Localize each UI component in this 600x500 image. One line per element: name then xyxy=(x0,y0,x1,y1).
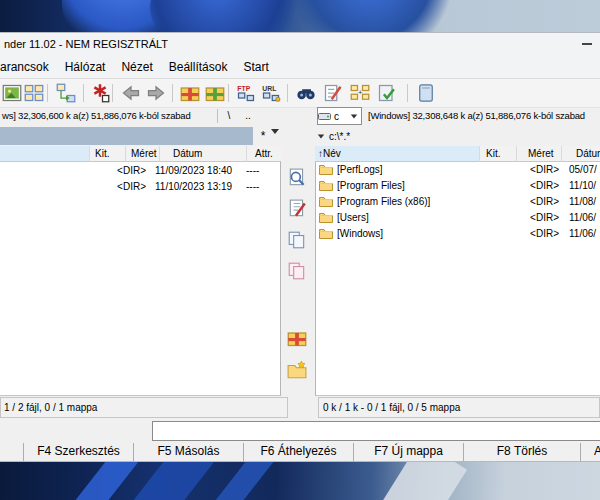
view-file-icon[interactable] xyxy=(287,168,307,188)
directory-tree-icon[interactable] xyxy=(56,83,76,103)
sync-dirs-icon[interactable]: + xyxy=(350,83,370,103)
left-file-list[interactable]: <DIR> 11/09/2023 18:40 ---- <DIR> 11/10/… xyxy=(0,162,281,396)
left-favorites-button[interactable]: * xyxy=(257,128,269,145)
left-header-date[interactable]: Dátum xyxy=(160,146,247,162)
right-header-name[interactable]: ↑Név xyxy=(315,146,480,162)
fkey-f8-button[interactable]: F8 Törlés xyxy=(463,443,580,461)
brief-view-icon[interactable] xyxy=(24,83,44,103)
right-header-size[interactable]: Méret xyxy=(517,146,562,162)
pack-icon[interactable] xyxy=(287,328,307,348)
toolbar: FTP URL + xyxy=(0,78,600,108)
edit-file-icon[interactable] xyxy=(287,199,307,219)
right-file-list[interactable]: [PerfLogs] <DIR> 05/07/ [Program Files] … xyxy=(315,162,600,396)
menu-parancsok[interactable]: arancsok xyxy=(0,57,57,77)
total-commander-window: nder 11.02 - NEM REGISZTRÁLT arancsok Há… xyxy=(0,33,600,461)
toolbar-separator xyxy=(112,84,113,102)
menu-halozat[interactable]: Hálózat xyxy=(57,57,114,77)
left-up-button[interactable]: .. xyxy=(240,107,256,124)
window-title: nder 11.02 - NEM REGISZTRÁLT xyxy=(4,38,168,50)
svg-text:FTP: FTP xyxy=(237,85,250,92)
command-line-input[interactable] xyxy=(152,421,600,441)
menu-bar: arancsok Hálózat Nézet Beállítások Start xyxy=(0,56,600,78)
folder-icon xyxy=(319,180,333,192)
verify-icon[interactable] xyxy=(377,83,397,103)
chevron-down-icon xyxy=(351,114,357,118)
ftp-url-icon[interactable]: URL xyxy=(261,83,281,103)
move-files-icon[interactable] xyxy=(287,261,307,281)
right-drive-selector[interactable]: c xyxy=(317,107,362,125)
menu-start[interactable]: Start xyxy=(235,57,276,77)
right-header-ext[interactable]: Kit. xyxy=(480,146,517,162)
search-files-icon[interactable] xyxy=(296,83,316,103)
ftp-connect-icon[interactable]: FTP xyxy=(236,83,256,103)
left-header-ext[interactable]: Kit. xyxy=(90,146,126,162)
toolbar-separator xyxy=(83,84,84,102)
left-drive-info: ws] 32,306,600 k a(z) 51,886,076 k-ból s… xyxy=(2,110,191,121)
fkey-altf4-partial[interactable]: A xyxy=(580,443,600,461)
fkey-f6-button[interactable]: F6 Áthelyezés xyxy=(243,443,353,461)
minimize-icon xyxy=(582,43,592,45)
folder-icon xyxy=(319,164,333,176)
minimize-button[interactable] xyxy=(574,33,600,55)
drive-icon xyxy=(318,112,331,121)
left-header-attr[interactable]: Attr. xyxy=(247,146,281,162)
fkey-f7-button[interactable]: F7 Új mappa xyxy=(353,443,463,461)
notepad-icon[interactable] xyxy=(416,83,436,103)
back-icon[interactable] xyxy=(121,83,141,103)
fkey-f4-button[interactable]: F4 Szerkesztés xyxy=(23,443,133,461)
right-path-bar[interactable]: c:\*.* xyxy=(315,127,600,145)
left-root-button[interactable]: \ xyxy=(222,107,236,124)
drive-letter: c xyxy=(334,111,339,122)
left-status-bar: 1 / 2 fájl, 0 / 1 mappa xyxy=(0,397,288,418)
menu-nezet[interactable]: Nézet xyxy=(113,57,160,77)
new-view-icon[interactable] xyxy=(90,83,110,103)
right-drive-info: [Windows] 32,308,648 k a(z) 51,886,076 k… xyxy=(368,110,585,121)
menu-beallitasok[interactable]: Beállítások xyxy=(161,57,236,77)
fkey-f5-button[interactable]: F5 Másolás xyxy=(133,443,243,461)
multi-rename-icon[interactable] xyxy=(323,83,343,103)
thumbnails-view-icon[interactable] xyxy=(2,83,22,103)
toolbar-separator xyxy=(47,84,48,102)
new-folder-icon[interactable] xyxy=(287,360,307,380)
toolbar-separator xyxy=(228,84,229,102)
right-status-bar: 0 k / 1 k - 0 / 1 fájl, 0 / 5 mappa xyxy=(318,397,600,418)
folder-icon xyxy=(319,228,333,240)
desktop: nder 11.02 - NEM REGISZTRÁLT arancsok Há… xyxy=(0,0,600,500)
divider xyxy=(217,109,218,123)
folder-icon xyxy=(319,212,333,224)
forward-icon[interactable] xyxy=(146,83,166,103)
triangle-down-icon xyxy=(318,134,324,138)
right-path-text: c:\*.* xyxy=(329,131,350,142)
unpack-files-icon[interactable] xyxy=(205,83,225,103)
copy-files-icon[interactable] xyxy=(287,230,307,250)
svg-text:URL: URL xyxy=(262,85,276,92)
left-header-size[interactable]: Méret xyxy=(126,146,160,162)
folder-icon xyxy=(319,196,333,208)
toolbar-separator xyxy=(172,84,173,102)
pack-files-icon[interactable] xyxy=(180,83,200,103)
left-path-bar[interactable] xyxy=(0,127,253,145)
toolbar-separator xyxy=(407,84,408,102)
left-header-name[interactable] xyxy=(0,146,90,162)
title-bar: nder 11.02 - NEM REGISZTRÁLT xyxy=(0,33,600,56)
toolbar-separator xyxy=(287,84,288,102)
desktop-wallpaper-top xyxy=(0,0,600,33)
svg-text:+: + xyxy=(358,88,363,97)
right-header-date[interactable]: Dátum xyxy=(562,146,600,162)
desktop-wallpaper-bottom xyxy=(0,461,600,500)
fkey-f3-partial[interactable] xyxy=(0,443,23,461)
